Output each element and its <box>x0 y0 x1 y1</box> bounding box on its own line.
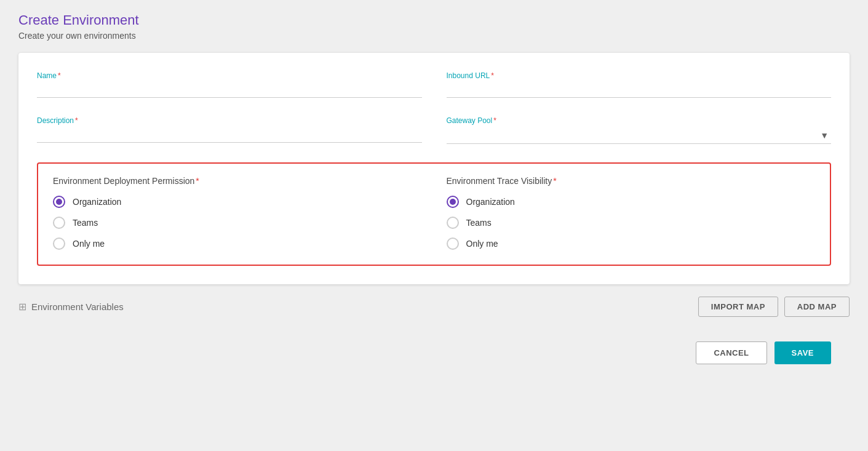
deployment-onlyme-radio[interactable] <box>53 237 65 250</box>
trace-teams-label: Teams <box>466 218 492 228</box>
gateway-pool-field: Gateway Pool* ▼ <box>447 116 832 144</box>
permissions-box: Environment Deployment Permission* Organ… <box>37 162 831 266</box>
inbound-url-field: Inbound URL* <box>447 71 832 98</box>
save-button[interactable]: SAVE <box>774 341 831 364</box>
deployment-org-option[interactable]: Organization <box>53 196 422 208</box>
description-input[interactable] <box>37 127 422 143</box>
trace-onlyme-radio[interactable] <box>447 237 459 250</box>
main-card: Name* Inbound URL* Description* <box>18 53 850 284</box>
bottom-actions: CANCEL SAVE <box>18 335 850 370</box>
trace-teams-radio[interactable] <box>447 217 459 229</box>
gateway-pool-select-wrapper: ▼ <box>447 127 832 144</box>
add-map-button[interactable]: ADD MAP <box>784 297 850 317</box>
deployment-org-label: Organization <box>73 197 121 207</box>
deployment-onlyme-option[interactable]: Only me <box>53 237 422 250</box>
cancel-button[interactable]: CANCEL <box>696 341 766 364</box>
description-label: Description* <box>37 116 422 125</box>
trace-onlyme-option[interactable]: Only me <box>447 237 816 250</box>
deployment-permission-group: Environment Deployment Permission* Organ… <box>53 176 422 250</box>
deployment-org-radio[interactable] <box>53 196 65 208</box>
deployment-onlyme-label: Only me <box>73 239 105 249</box>
page-title: Create Environment <box>18 12 850 28</box>
trace-org-label: Organization <box>466 197 515 207</box>
deployment-permission-title: Environment Deployment Permission* <box>53 176 422 186</box>
gateway-pool-select[interactable] <box>447 130 832 140</box>
deployment-teams-radio[interactable] <box>53 217 65 229</box>
env-variables-section: ⊞ Environment Variables IMPORT MAP ADD M… <box>18 297 850 317</box>
deployment-teams-option[interactable]: Teams <box>53 217 422 229</box>
trace-visibility-group: Environment Trace Visibility* Organizati… <box>447 176 816 250</box>
trace-visibility-title: Environment Trace Visibility* <box>447 176 816 186</box>
form-row-1: Name* Inbound URL* <box>37 71 831 98</box>
form-row-2: Description* Gateway Pool* ▼ <box>37 116 831 144</box>
gateway-pool-label: Gateway Pool* <box>447 116 832 125</box>
inbound-url-label: Inbound URL* <box>447 71 832 80</box>
description-field: Description* <box>37 116 422 144</box>
env-variables-label: Environment Variables <box>31 301 124 312</box>
trace-org-option[interactable]: Organization <box>447 196 816 208</box>
import-map-button[interactable]: IMPORT MAP <box>698 297 778 317</box>
env-variables-buttons: IMPORT MAP ADD MAP <box>698 297 850 317</box>
deployment-teams-label: Teams <box>73 218 98 228</box>
page-subtitle: Create your own environments <box>18 31 850 41</box>
inbound-url-input[interactable] <box>447 82 832 98</box>
name-field: Name* <box>37 71 422 98</box>
name-input[interactable] <box>37 82 422 98</box>
trace-onlyme-label: Only me <box>466 239 498 249</box>
trace-teams-option[interactable]: Teams <box>447 217 816 229</box>
name-label: Name* <box>37 71 422 80</box>
trace-org-radio[interactable] <box>447 196 459 208</box>
grid-icon: ⊞ <box>18 301 26 313</box>
